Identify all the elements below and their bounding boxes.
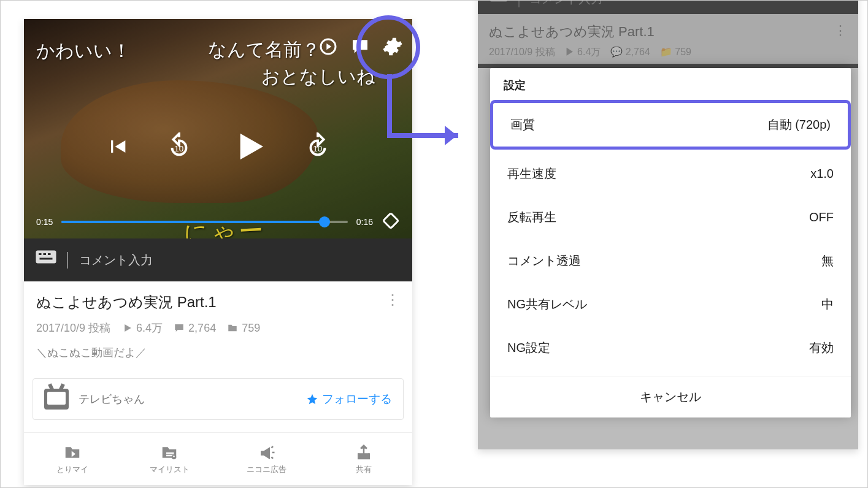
svg-rect-4	[383, 213, 399, 229]
tab-mylist[interactable]: マイリスト	[121, 433, 218, 485]
svg-marker-1	[326, 44, 331, 50]
setting-speed[interactable]: 再生速度 x1.0	[490, 152, 851, 196]
tab-label: 共有	[356, 464, 372, 475]
comment-count: 2,764	[174, 322, 216, 335]
annotation-circle	[356, 15, 420, 79]
comment-input-bar[interactable]: コメント入力	[24, 238, 412, 281]
setting-label: 画質	[510, 116, 535, 133]
seek-bar[interactable]	[61, 221, 348, 223]
settings-heading: 設定	[490, 68, 851, 97]
setting-ng-share-level[interactable]: NG共有レベル 中	[490, 283, 851, 326]
follow-label: フォローする	[322, 391, 392, 407]
setting-label: 反転再生	[507, 209, 556, 226]
left-screenshot: かわいい！ なんて名前？ おとなしいね にゃー 10	[24, 19, 412, 485]
highlighted-quality-row: 画質 自動 (720p)	[490, 100, 851, 150]
mylist-count: 759	[227, 322, 260, 335]
setting-quality[interactable]: 画質 自動 (720p)	[493, 103, 848, 147]
uploader-name: テレビちゃん	[79, 392, 145, 406]
comment-placeholder[interactable]: コメント入力	[67, 252, 153, 269]
uploader-card[interactable]: テレビちゃん フォローする	[33, 378, 404, 420]
seek-thumb[interactable]	[319, 216, 330, 227]
setting-value: 中	[821, 296, 834, 313]
tab-label: ニコニ広告	[247, 464, 286, 475]
progress-row: 0:15 0:16	[36, 212, 400, 232]
cancel-button[interactable]: キャンセル	[490, 376, 851, 417]
tab-label: マイリスト	[150, 464, 190, 475]
nico-comment-3: おとなしいね	[261, 64, 375, 90]
post-date: 2017/10/9 投稿	[36, 321, 110, 335]
svg-text:10: 10	[174, 144, 183, 153]
svg-text:10: 10	[313, 144, 322, 153]
setting-value: 自動 (720p)	[767, 116, 831, 133]
setting-label: 再生速度	[507, 166, 556, 182]
time-current: 0:15	[36, 217, 53, 227]
bottom-tabs: とりマイ マイリスト ニコニ広告 共有	[24, 432, 412, 485]
svg-rect-6	[39, 253, 42, 255]
settings-sheet: 設定 画質 自動 (720p) 再生速度 x1.0 反転再生 OFF コメント透…	[490, 68, 851, 417]
view-count-value: 6.4万	[136, 321, 163, 335]
setting-comment-transparency[interactable]: コメント透過 無	[490, 239, 851, 283]
setting-ng-config[interactable]: NG設定 有効	[490, 326, 851, 370]
nico-comment-2: なんて名前？	[208, 37, 320, 63]
svg-rect-7	[44, 253, 47, 255]
forward-10-icon[interactable]: 10	[304, 132, 332, 163]
tab-torimai[interactable]: とりマイ	[24, 433, 121, 485]
kebab-icon[interactable]: ⋮	[385, 292, 400, 307]
svg-rect-8	[48, 253, 51, 255]
repeat-icon[interactable]	[318, 37, 338, 59]
video-description: ＼ぬこぬこ動画だよ／	[36, 345, 400, 360]
keyboard-icon[interactable]	[35, 250, 57, 270]
setting-value: OFF	[809, 210, 834, 224]
follow-button[interactable]: フォローする	[306, 391, 392, 407]
uploader-avatar-icon	[44, 389, 69, 410]
seek-fill	[61, 221, 325, 223]
setting-value: x1.0	[810, 167, 834, 181]
rewind-10-icon[interactable]: 10	[165, 132, 193, 163]
nico-comment-1: かわいい！	[36, 39, 131, 64]
video-meta: 2017/10/9 投稿 6.4万 2,764 759	[36, 321, 400, 335]
player-center-controls: 10 10	[24, 127, 412, 169]
setting-value: 無	[821, 253, 834, 269]
time-total: 0:16	[356, 217, 373, 227]
svg-rect-9	[40, 258, 53, 260]
play-icon[interactable]	[229, 127, 268, 169]
comment-count-value: 2,764	[188, 322, 216, 335]
view-count: 6.4万	[121, 321, 163, 335]
prev-track-icon[interactable]	[105, 134, 129, 161]
video-player[interactable]: かわいい！ なんて名前？ おとなしいね にゃー 10	[24, 19, 412, 238]
rotate-icon[interactable]	[382, 212, 400, 232]
video-title: ぬこよせあつめ実況 Part.1	[36, 292, 400, 312]
video-info: ⋮ ぬこよせあつめ実況 Part.1 2017/10/9 投稿 6.4万 2,7…	[24, 281, 412, 366]
setting-label: NG共有レベル	[507, 296, 587, 313]
setting-value: 有効	[809, 340, 834, 356]
setting-reverse[interactable]: 反転再生 OFF	[490, 196, 851, 239]
setting-label: NG設定	[507, 340, 550, 356]
tab-nicoad[interactable]: ニコニ広告	[218, 433, 315, 485]
tab-label: とりマイ	[56, 464, 88, 475]
annotation-arrow	[385, 74, 477, 154]
svg-rect-10	[166, 452, 174, 454]
mylist-count-value: 759	[242, 322, 260, 335]
right-screenshot: コメント入力 ⋮ ぬこよせあつめ実況 Part.1 2017/10/9 投稿 ▶…	[478, 0, 858, 449]
tab-share[interactable]: 共有	[315, 433, 412, 485]
svg-rect-5	[36, 251, 56, 264]
setting-label: コメント透過	[507, 253, 581, 269]
